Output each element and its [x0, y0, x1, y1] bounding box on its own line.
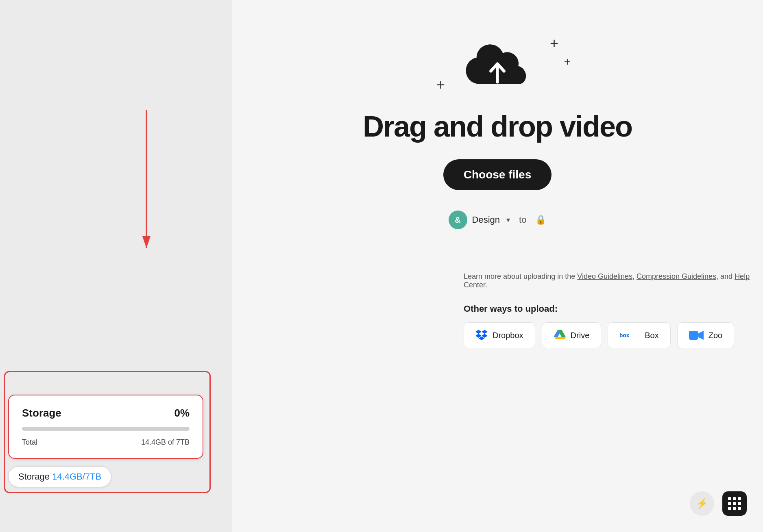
grid-dots-icon — [728, 497, 741, 510]
grid-dot — [728, 502, 731, 505]
grid-dot — [733, 497, 736, 500]
storage-total-label: Total — [22, 438, 37, 447]
folder-name[interactable]: Design — [472, 215, 500, 225]
zoom-upload-button[interactable]: Zoo — [677, 322, 734, 348]
learn-more-text: Learn more about uploading in the Video … — [464, 272, 763, 289]
grid-dot — [738, 502, 741, 505]
to-label: to — [519, 215, 526, 225]
choose-files-button[interactable]: Choose files — [443, 159, 552, 190]
grid-dot — [733, 507, 736, 510]
storage-percent: 0% — [174, 407, 190, 419]
grid-dot — [728, 497, 731, 500]
storage-bar-background — [22, 427, 190, 431]
dropbox-label: Dropbox — [493, 331, 523, 340]
box-icon: box — [619, 331, 640, 340]
grid-dot — [738, 507, 741, 510]
drive-upload-button[interactable]: Drive — [542, 322, 602, 348]
drive-icon — [554, 330, 566, 341]
compression-guidelines-link[interactable]: Compression Guidelines — [637, 272, 716, 280]
storage-card-header: Storage 0% — [22, 407, 190, 419]
other-ways-title: Other ways to upload: — [464, 304, 763, 314]
storage-card-title: Storage — [22, 407, 61, 419]
grid-dot — [728, 507, 731, 510]
lightning-icon: ⚡ — [696, 498, 708, 509]
storage-pill-label: Storage — [18, 471, 52, 482]
svg-text:box: box — [619, 332, 630, 339]
cloud-icon-wrapper: + + + — [461, 39, 534, 98]
grid-dot — [733, 502, 736, 505]
dropbox-icon — [475, 329, 488, 341]
dropbox-upload-button[interactable]: Dropbox — [464, 322, 535, 348]
storage-total-row: Total 14.4GB of 7TB — [22, 438, 190, 447]
drive-label: Drive — [571, 331, 590, 340]
storage-total-value: 14.4GB of 7TB — [141, 438, 190, 447]
video-guidelines-link[interactable]: Video Guidelines — [577, 272, 632, 280]
plus-decoration-left: + — [436, 76, 445, 93]
storage-pill-value: 14.4GB/7TB — [52, 471, 101, 482]
storage-pill[interactable]: Storage 14.4GB/7TB — [8, 466, 111, 487]
plus-decoration-right-top: + — [550, 35, 558, 52]
right-panel: + + + Drag and drop video Choose files &… — [232, 0, 763, 532]
lightning-button[interactable]: ⚡ — [690, 491, 714, 516]
upload-area: + + + Drag and drop video Choose files &… — [232, 0, 763, 252]
grid-menu-button[interactable] — [722, 491, 747, 516]
folder-badge-icon: & — [449, 211, 467, 229]
storage-card: Storage 0% Total 14.4GB of 7TB — [8, 395, 203, 459]
zoom-label: Zoo — [708, 331, 722, 340]
box-upload-button[interactable]: box Box — [608, 322, 670, 348]
zoom-icon — [689, 330, 704, 341]
bottom-info-section: Learn more about uploading in the Video … — [464, 260, 763, 348]
cloud-upload-icon — [461, 39, 534, 96]
drag-drop-title: Drag and drop video — [363, 110, 632, 143]
chevron-down-icon[interactable]: ▾ — [506, 215, 510, 224]
lock-icon: 🔒 — [535, 215, 546, 225]
upload-options-row: Dropbox Drive box Box — [464, 322, 763, 348]
svg-rect-2 — [689, 331, 698, 340]
svg-marker-3 — [698, 331, 704, 340]
bottom-right-icons: ⚡ — [690, 491, 747, 516]
grid-dot — [738, 497, 741, 500]
box-label: Box — [645, 331, 658, 340]
folder-selector-row: & Design ▾ to 🔒 — [449, 211, 547, 229]
plus-decoration-right-mid: + — [564, 55, 571, 68]
